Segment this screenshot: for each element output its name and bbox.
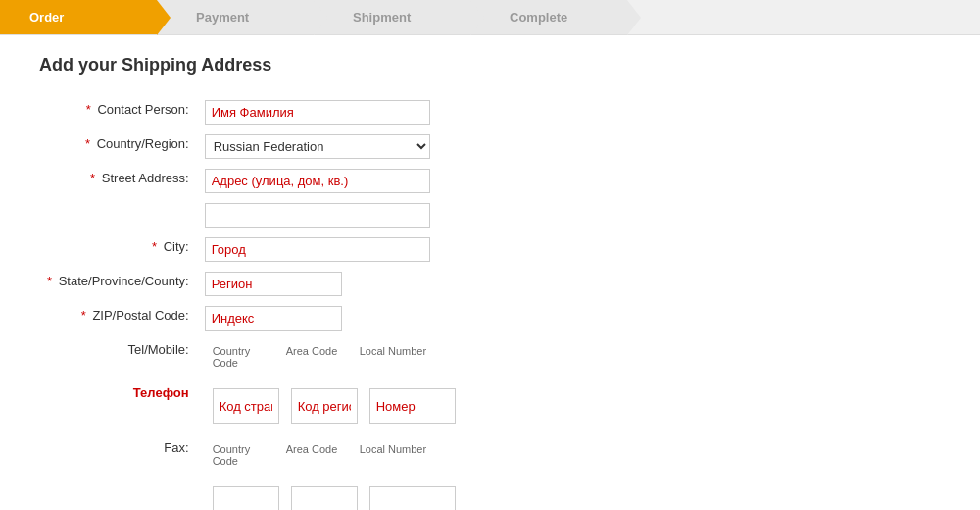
step-order: Order	[0, 0, 157, 34]
required-star-country: *	[85, 136, 90, 151]
fax-area-input[interactable]	[291, 486, 358, 510]
tel-country-input[interactable]	[213, 388, 279, 424]
street-address2-cell	[197, 198, 503, 232]
tel-inputs-cell	[197, 379, 503, 434]
contact-person-label-cell: * Contact Person:	[39, 95, 197, 129]
step-payment: Payment	[157, 0, 314, 34]
fax-label-cell: Fax:	[39, 434, 197, 477]
address-form: * Contact Person: * Country/Region: Russ…	[39, 95, 503, 510]
country-field-cell: Russian Federation	[197, 129, 503, 164]
required-star-state: *	[47, 274, 52, 288]
tel-sublabel-cell: Телефон	[39, 379, 197, 434]
progress-bar: Order Payment Shipment Complete	[0, 0, 980, 35]
contact-person-input[interactable]	[205, 100, 430, 125]
street-address2-input[interactable]	[205, 203, 430, 228]
required-star-zip: *	[81, 308, 86, 323]
fax-country-code-header: Country Code	[205, 438, 278, 472]
state-input[interactable]	[205, 272, 342, 296]
tel-label-cell: Tel/Mobile:	[39, 335, 197, 379]
contact-person-field-cell	[197, 95, 503, 129]
city-label-cell: * City:	[39, 232, 197, 267]
state-label-cell: * State/Province/County:	[39, 267, 197, 301]
required-star-city: *	[152, 239, 157, 254]
tel-area-input[interactable]	[291, 388, 358, 424]
required-star-street: *	[90, 171, 95, 185]
street-label-cell: * Street Address:	[39, 164, 197, 198]
fax-sublabels-cell: Country Code Area Code Local Number	[197, 434, 503, 477]
step-shipment: Shipment	[314, 0, 470, 34]
fax-local-number-header: Local Number	[352, 438, 434, 472]
state-field-cell	[197, 267, 503, 301]
city-field-cell	[197, 232, 503, 267]
fax-inputs-cell	[197, 477, 503, 510]
tel-country-code-header: Country Code	[205, 340, 278, 374]
step-complete: Complete	[470, 0, 627, 34]
page-title: Add your Shipping Address	[39, 55, 745, 76]
fax-area-code-header: Area Code	[278, 438, 352, 472]
zip-input[interactable]	[205, 306, 342, 331]
tel-local-number-header: Local Number	[352, 340, 434, 374]
street-field-cell	[197, 164, 503, 198]
street-address-input[interactable]	[205, 169, 430, 193]
main-content: Add your Shipping Address * Contact Pers…	[0, 35, 784, 510]
tel-local-input[interactable]	[369, 388, 456, 424]
required-star-contact: *	[86, 102, 91, 117]
zip-field-cell	[197, 301, 503, 335]
country-label-cell: * Country/Region:	[39, 129, 197, 164]
tel-area-code-header: Area Code	[278, 340, 352, 374]
zip-label-cell: * ZIP/Postal Code:	[39, 301, 197, 335]
city-input[interactable]	[205, 237, 430, 262]
tel-sublabels-cell: Country Code Area Code Local Number	[197, 335, 503, 379]
fax-local-input[interactable]	[369, 486, 456, 510]
fax-country-input[interactable]	[213, 486, 279, 510]
country-select[interactable]: Russian Federation	[205, 134, 430, 159]
